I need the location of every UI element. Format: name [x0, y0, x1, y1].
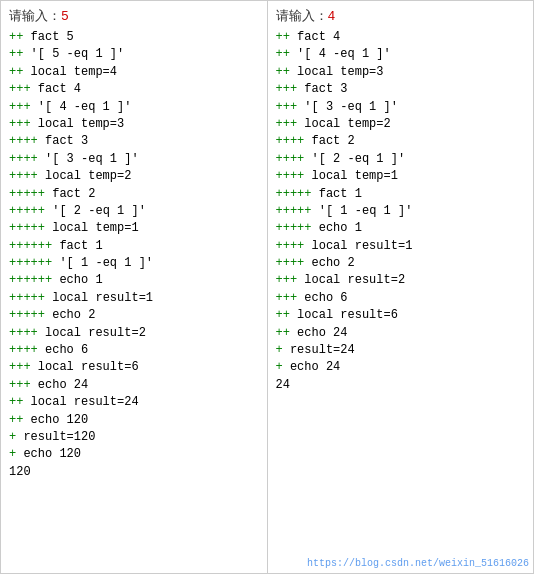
- line-left-7: ++++ '[ 3 -eq 1 ]': [9, 151, 259, 168]
- plus-left-20: +++: [9, 378, 31, 392]
- line-right-18: + result=24: [276, 342, 526, 359]
- line-text-right-2: local temp=3: [290, 65, 384, 79]
- plus-right-10: +++++: [276, 204, 312, 218]
- line-left-5: +++ local temp=3: [9, 116, 259, 133]
- line-left-1: ++ '[ 5 -eq 1 ]': [9, 46, 259, 63]
- plus-right-1: ++: [276, 47, 290, 61]
- plus-right-16: ++: [276, 308, 290, 322]
- plus-right-5: +++: [276, 117, 298, 131]
- line-text-right-14: local result=2: [297, 273, 405, 287]
- plus-right-6: ++++: [276, 134, 305, 148]
- line-left-19: +++ local result=6: [9, 359, 259, 376]
- header-value-left: 5: [61, 9, 69, 24]
- line-text-left-15: local result=1: [45, 291, 153, 305]
- plus-left-16: +++++: [9, 308, 45, 322]
- line-left-20: +++ echo 24: [9, 377, 259, 394]
- line-text-right-20: 24: [276, 378, 290, 392]
- header-label-left: 请输入：: [9, 9, 61, 24]
- plus-right-0: ++: [276, 30, 290, 44]
- line-left-15: +++++ local result=1: [9, 290, 259, 307]
- line-text-left-10: '[ 2 -eq 1 ]': [45, 204, 146, 218]
- panel-right: 请输入：4++ fact 4++ '[ 4 -eq 1 ]'++ local t…: [267, 0, 535, 574]
- line-right-15: +++ echo 6: [276, 290, 526, 307]
- line-text-left-12: fact 1: [52, 239, 102, 253]
- line-text-left-3: fact 4: [31, 82, 81, 96]
- line-text-left-13: '[ 1 -eq 1 ]': [52, 256, 153, 270]
- plus-right-9: +++++: [276, 187, 312, 201]
- plus-right-4: +++: [276, 100, 298, 114]
- plus-right-17: ++: [276, 326, 290, 340]
- line-text-right-19: echo 24: [283, 360, 341, 374]
- plus-left-10: +++++: [9, 204, 45, 218]
- line-text-left-2: local temp=4: [23, 65, 117, 79]
- line-text-left-21: local result=24: [23, 395, 138, 409]
- plus-left-1: ++: [9, 47, 23, 61]
- line-text-left-16: echo 2: [45, 308, 95, 322]
- line-right-14: +++ local result=2: [276, 272, 526, 289]
- watermark: https://blog.csdn.net/weixin_51616026: [307, 558, 529, 569]
- line-left-22: ++ echo 120: [9, 412, 259, 429]
- plus-left-17: ++++: [9, 326, 38, 340]
- main-container: 请输入：5++ fact 5++ '[ 5 -eq 1 ]'++ local t…: [0, 0, 534, 574]
- line-text-right-6: fact 2: [304, 134, 354, 148]
- line-text-right-1: '[ 4 -eq 1 ]': [290, 47, 391, 61]
- line-right-20: 24: [276, 377, 526, 394]
- plus-left-2: ++: [9, 65, 23, 79]
- line-left-8: ++++ local temp=2: [9, 168, 259, 185]
- line-right-12: ++++ local result=1: [276, 238, 526, 255]
- line-right-4: +++ '[ 3 -eq 1 ]': [276, 99, 526, 116]
- line-text-right-15: echo 6: [297, 291, 347, 305]
- plus-left-11: +++++: [9, 221, 45, 235]
- line-left-13: ++++++ '[ 1 -eq 1 ]': [9, 255, 259, 272]
- line-right-19: + echo 24: [276, 359, 526, 376]
- line-text-left-9: fact 2: [45, 187, 95, 201]
- plus-left-0: ++: [9, 30, 23, 44]
- line-left-17: ++++ local result=2: [9, 325, 259, 342]
- line-text-right-8: local temp=1: [304, 169, 398, 183]
- line-text-left-0: fact 5: [23, 30, 73, 44]
- plus-left-5: +++: [9, 117, 31, 131]
- line-text-right-3: fact 3: [297, 82, 347, 96]
- line-text-right-16: local result=6: [290, 308, 398, 322]
- plus-left-12: ++++++: [9, 239, 52, 253]
- plus-left-4: +++: [9, 100, 31, 114]
- line-left-25: 120: [9, 464, 259, 481]
- line-left-10: +++++ '[ 2 -eq 1 ]': [9, 203, 259, 220]
- plus-right-3: +++: [276, 82, 298, 96]
- line-text-right-7: '[ 2 -eq 1 ]': [304, 152, 405, 166]
- line-left-3: +++ fact 4: [9, 81, 259, 98]
- plus-left-9: +++++: [9, 187, 45, 201]
- line-text-right-12: local result=1: [304, 239, 412, 253]
- line-text-left-19: local result=6: [31, 360, 139, 374]
- line-left-23: + result=120: [9, 429, 259, 446]
- line-text-left-17: local result=2: [38, 326, 146, 340]
- line-text-left-1: '[ 5 -eq 1 ]': [23, 47, 124, 61]
- line-text-left-22: echo 120: [23, 413, 88, 427]
- line-text-right-13: echo 2: [304, 256, 354, 270]
- header-left: 请输入：5: [9, 7, 259, 25]
- plus-right-19: +: [276, 360, 283, 374]
- line-text-right-4: '[ 3 -eq 1 ]': [297, 100, 398, 114]
- line-right-9: +++++ fact 1: [276, 186, 526, 203]
- line-left-16: +++++ echo 2: [9, 307, 259, 324]
- line-left-24: + echo 120: [9, 446, 259, 463]
- line-left-18: ++++ echo 6: [9, 342, 259, 359]
- header-value-right: 4: [328, 9, 336, 24]
- line-text-left-14: echo 1: [52, 273, 102, 287]
- line-text-left-25: 120: [9, 465, 31, 479]
- line-text-left-4: '[ 4 -eq 1 ]': [31, 100, 132, 114]
- line-right-1: ++ '[ 4 -eq 1 ]': [276, 46, 526, 63]
- line-right-10: +++++ '[ 1 -eq 1 ]': [276, 203, 526, 220]
- line-right-8: ++++ local temp=1: [276, 168, 526, 185]
- line-left-2: ++ local temp=4: [9, 64, 259, 81]
- line-left-12: ++++++ fact 1: [9, 238, 259, 255]
- plus-left-22: ++: [9, 413, 23, 427]
- line-text-right-10: '[ 1 -eq 1 ]': [312, 204, 413, 218]
- line-right-17: ++ echo 24: [276, 325, 526, 342]
- plus-right-7: ++++: [276, 152, 305, 166]
- line-text-left-6: fact 3: [38, 134, 88, 148]
- line-text-left-23: result=120: [16, 430, 95, 444]
- plus-left-7: ++++: [9, 152, 38, 166]
- line-left-14: ++++++ echo 1: [9, 272, 259, 289]
- plus-left-14: ++++++: [9, 273, 52, 287]
